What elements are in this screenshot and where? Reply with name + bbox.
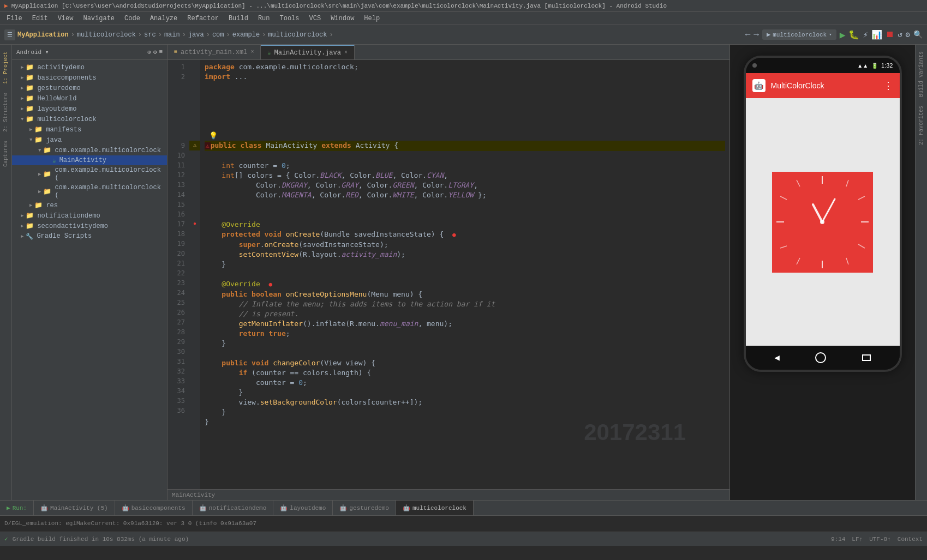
sidebar-build-variants[interactable]: Build Variants (917, 47, 925, 101)
sidebar-item-captures[interactable]: Captures (2, 136, 10, 171)
tree-gradle-scripts[interactable]: ▶ 🔧 Gradle Scripts (12, 231, 167, 241)
tree-manifests[interactable]: ▶ 📁 manifests (12, 124, 167, 135)
menu-tools[interactable]: Tools (276, 14, 304, 23)
tree-activitydemo[interactable]: ▶ 📁 activitydemo (12, 62, 167, 73)
xml-file-icon: ≡ (174, 49, 177, 55)
editor-filename-bar: MainActivity (168, 489, 729, 500)
tree-label: com.example.multicolorclock ( (55, 184, 165, 199)
tree-java[interactable]: ▼ 📁 java (12, 135, 167, 145)
tree-label: manifests (46, 126, 81, 134)
tree-label: secondactivitydemo (37, 222, 108, 230)
breadcrumb-module[interactable]: multicolorclock (77, 31, 136, 39)
android-dropdown[interactable]: Android ▾ (16, 49, 49, 56)
line-separator[interactable]: LF↑ (852, 536, 863, 543)
debug-button[interactable]: 🐛 (848, 29, 859, 40)
breadcrumb-com[interactable]: com (212, 31, 224, 39)
coverage-button[interactable]: ⚡ (863, 29, 868, 40)
menu-help[interactable]: Help (360, 14, 384, 23)
gradle-status-icon: ✓ (4, 535, 8, 543)
status-left (752, 62, 759, 69)
tab-activity-main-xml[interactable]: ≡ activity_main.xml × (168, 45, 261, 59)
tab-mainactivity-java[interactable]: ☕ MainActivity.java × (261, 45, 354, 59)
tree-layoutdemo[interactable]: ▶ 📁 layoutdemo (12, 104, 167, 114)
breadcrumb-main[interactable]: main (164, 31, 180, 39)
bottom-tab-mainactivity[interactable]: 🤖 MainActivity (5) (34, 501, 115, 515)
tree-notificationdemo[interactable]: ▶ 📁 notificationdemo (12, 210, 167, 221)
tree-basiccomponents[interactable]: ▶ 📁 basiccomponents (12, 73, 167, 83)
tree-helloworld[interactable]: ▶ 📁 HelloWorld (12, 93, 167, 104)
sidebar-item-structure[interactable]: 2: Structure (2, 88, 10, 136)
nav-home-btn[interactable] (815, 352, 826, 363)
close-icon[interactable]: × (250, 49, 254, 55)
menu-navigate[interactable]: Navigate (79, 14, 119, 23)
menu-window[interactable]: Window (326, 14, 358, 23)
context-info: Context (898, 536, 923, 543)
menu-build[interactable]: Build (224, 14, 253, 23)
menu-edit[interactable]: Edit (28, 14, 52, 23)
menu-analyze[interactable]: Analyze (146, 14, 182, 23)
current-filename: MainActivity (172, 492, 215, 498)
code-line-16 (205, 210, 725, 220)
tree-gesturedemo[interactable]: ▶ 📁 gesturedemo (12, 83, 167, 93)
tree-label: layoutdemo (37, 105, 76, 113)
profile-button[interactable]: 📊 (871, 29, 882, 40)
run-config-selector[interactable]: ▶ multicolorclock ▾ (762, 29, 836, 40)
bottom-tab-multicolorclock[interactable]: 🤖 multicolorclock (396, 501, 474, 515)
phone-menu-dots[interactable]: ⋮ (883, 80, 893, 92)
menu-vcs[interactable]: VCS (305, 14, 326, 23)
breadcrumb-java[interactable]: java (188, 31, 204, 39)
cursor-position[interactable]: 9:14 (831, 536, 845, 543)
menu-view[interactable]: View (53, 14, 78, 23)
bottom-tab-basiccomponents[interactable]: 🤖 basiccomponents (115, 501, 193, 515)
sidebar-favorites[interactable]: 2: Favorites (917, 101, 925, 149)
bottom-tab-notificationdemo[interactable]: 🤖 notificationdemo (193, 501, 274, 515)
collapse-icon: ▶ (21, 106, 23, 112)
sidebar-item-project[interactable]: 1: Project (2, 47, 10, 88)
panel-settings-icon[interactable]: ≡ (159, 49, 163, 56)
code-line-12: int[] colors = { Color.BLACK, Color.BLUE… (205, 171, 725, 180)
svg-line-11 (797, 180, 800, 186)
breadcrumb-src[interactable]: src (144, 31, 156, 39)
tab-label: MainActivity.java (274, 49, 340, 57)
menu-run[interactable]: Run (254, 14, 274, 23)
project-panel-toggle[interactable]: ☰ (4, 29, 15, 40)
bottom-tab-layoutdemo[interactable]: 🤖 layoutdemo (273, 501, 333, 515)
android-icon2: 🤖 (122, 504, 129, 511)
file-encoding[interactable]: UTF-8↑ (869, 536, 891, 543)
clock-widget[interactable] (772, 172, 873, 273)
nav-recents-btn[interactable] (862, 354, 871, 361)
code-content[interactable]: package com.example.multicolorclock; imp… (200, 60, 729, 489)
breadcrumb-myapp[interactable]: MyApplication (17, 31, 69, 39)
nav-back-btn[interactable]: ◀ (774, 352, 780, 363)
right-side-panel: Build Variants 2: Favorites (915, 45, 927, 500)
gear-icon[interactable]: ⚙ (153, 49, 157, 56)
menu-refactor[interactable]: Refactor (183, 14, 223, 23)
toolbar-forward-btn[interactable]: → (753, 30, 759, 40)
sync-icon[interactable]: ⊕ (147, 49, 151, 56)
settings-button[interactable]: ⚙ (906, 30, 910, 39)
tree-secondactivitydemo[interactable]: ▶ 📁 secondactivitydemo (12, 221, 167, 231)
run-button[interactable]: ▶ (840, 29, 846, 41)
tree-res[interactable]: ▶ 📁 res (12, 200, 167, 210)
tree-com-example-multicolorclock[interactable]: ▼ 📁 com.example.multicolorclock (12, 145, 167, 155)
bottom-tabs-bar: ▶ Run: 🤖 MainActivity (5) 🤖 basiccompone… (0, 501, 927, 516)
tree-com-example-android[interactable]: ▶ 📁 com.example.multicolorclock ( (12, 183, 167, 200)
bottom-tab-gesturedemo[interactable]: 🤖 gesturedemo (333, 501, 396, 515)
code-line-19: super.onCreate(savedInstanceState); (205, 240, 725, 250)
tree-com-example-test[interactable]: ▶ 📁 com.example.multicolorclock ( (12, 165, 167, 183)
breadcrumb-example[interactable]: example (232, 31, 260, 39)
breakpoint-icon[interactable]: ● (193, 219, 196, 229)
search-button[interactable]: 🔍 (913, 30, 923, 39)
tree-multicolorclock[interactable]: ▼ 📁 multicolorclock (12, 114, 167, 124)
bottom-tab-run-label[interactable]: ▶ Run: (0, 501, 34, 515)
menu-code[interactable]: Code (120, 14, 145, 23)
tab-label: layoutdemo (290, 505, 326, 511)
stop-button[interactable]: ⏹ (886, 29, 894, 40)
menu-file[interactable]: File (2, 14, 27, 23)
toolbar-back-btn[interactable]: ← (745, 30, 751, 40)
close-icon[interactable]: × (344, 50, 348, 56)
tree-mainactivity[interactable]: ☕ MainActivity (12, 155, 167, 165)
breadcrumb-multicolorclock[interactable]: multicolorclock (268, 31, 327, 39)
sync-button[interactable]: ↺ (898, 30, 902, 39)
android-icon6: 🤖 (403, 504, 410, 511)
